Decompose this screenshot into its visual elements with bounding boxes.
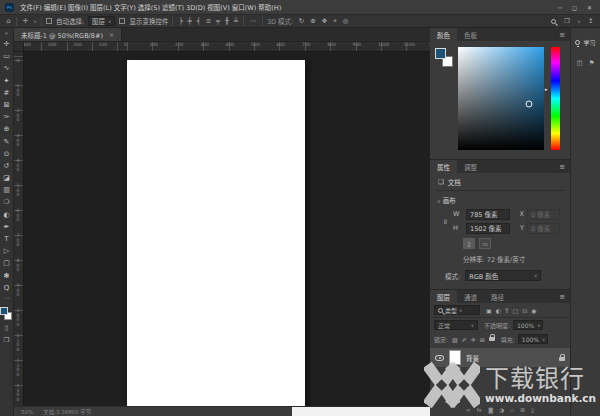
crop-tool[interactable]: # (4, 87, 10, 99)
height-input[interactable]: 1502 像素 (466, 223, 510, 234)
layer-row-background[interactable]: 背景 (430, 348, 570, 367)
healing-brush-tool[interactable]: ⊕ (4, 123, 10, 135)
add-layer-mask-icon[interactable]: ◙ (488, 407, 493, 413)
align-right-edges-icon[interactable]: ╡ (195, 16, 202, 26)
adjustment-layer-icon[interactable]: ◑ (499, 407, 504, 413)
horizontal-ruler[interactable]: 4003002001000100200300400500600700800900… (14, 42, 430, 52)
chevron-down-icon[interactable]: ∨ (34, 19, 37, 24)
eyedropper-tool[interactable]: ✑ (4, 111, 10, 123)
lock-position-icon[interactable]: ✛ (470, 336, 477, 343)
show-transform-checkbox[interactable] (119, 18, 125, 24)
menu-item[interactable]: 编辑(E) (43, 4, 67, 12)
3d-scale-icon[interactable]: ◎ (341, 16, 350, 26)
filter-type-layers-icon[interactable]: T (504, 307, 510, 314)
menu-item[interactable]: 窗口(W) (231, 4, 258, 12)
tab-paths[interactable]: 路径 (484, 290, 511, 303)
align-top-edges-icon[interactable]: ╤ (215, 16, 222, 26)
constrain-link-icon[interactable]: 8 (441, 218, 450, 225)
visibility-eye-icon[interactable] (435, 355, 444, 361)
path-selection-tool[interactable]: ▷ (4, 245, 9, 257)
link-layers-icon[interactable]: ∞ (466, 407, 471, 413)
menu-item[interactable]: 视图(V) (206, 4, 231, 12)
menu-item[interactable]: 帮助(H) (257, 4, 282, 12)
zoom-level[interactable]: 50% (21, 409, 33, 415)
color-cursor[interactable] (525, 100, 532, 107)
foreground-color-swatch[interactable] (0, 307, 8, 315)
new-group-icon[interactable]: ▱ (510, 407, 514, 413)
width-input[interactable]: 785 像素 (466, 209, 510, 220)
orientation-portrait-button[interactable]: ▯ (463, 238, 475, 249)
3d-rotate-icon[interactable]: ↻ (297, 16, 305, 26)
libraries-icon[interactable]: ◫ (577, 59, 583, 67)
zoom-tool[interactable]: Q (4, 282, 10, 294)
filter-adjustment-layers-icon[interactable]: ◐ (495, 307, 502, 314)
learn-button[interactable]: 学习 (575, 38, 595, 47)
foreground-color-swatch[interactable] (435, 48, 446, 59)
search-icon[interactable] (551, 19, 556, 24)
new-layer-icon[interactable]: ⊞ (520, 407, 525, 413)
3d-slide-icon[interactable]: ⌖ (332, 16, 339, 26)
color-mode-dropdown[interactable]: RGB 颜色 ∨ (465, 270, 541, 281)
align-left-edges-icon[interactable]: ╞ (177, 16, 184, 26)
align-vertical-centers-icon[interactable]: ╫ (224, 16, 231, 26)
history-brush-tool[interactable]: ↺ (4, 160, 10, 172)
filter-toggle-icon[interactable]: ◉ (530, 307, 537, 314)
menu-item[interactable]: 图层(L) (89, 4, 113, 12)
layer-effects-icon[interactable]: fx (477, 407, 482, 413)
chevron-down-icon[interactable]: ∨ (577, 19, 580, 24)
gradient-tool[interactable]: ▥ (3, 184, 10, 196)
menu-item[interactable]: 文字(Y) (113, 4, 137, 12)
tab-channels[interactable]: 通道 (457, 290, 484, 303)
move-tool[interactable]: ✛ (4, 38, 10, 50)
panel-menu-icon[interactable]: ≡ (554, 290, 570, 303)
3d-roll-icon[interactable]: ⊕ (309, 16, 317, 26)
document-tab[interactable]: 未标题-1 @ 50%(RGB/8#) × (14, 28, 122, 41)
saturation-brightness-field[interactable] (458, 47, 544, 150)
rectangle-tool[interactable]: ▢ (3, 257, 10, 269)
workspace-icon[interactable]: ❐ (562, 16, 571, 26)
tab-properties[interactable]: 属性 (430, 160, 457, 173)
lock-artboard-icon[interactable]: ⊞ (479, 336, 486, 343)
menu-item[interactable]: 图像(I) (67, 4, 89, 12)
lock-all-icon[interactable] (489, 337, 495, 342)
3d-pan-icon[interactable]: ✥ (320, 16, 328, 26)
align-bottom-edges-icon[interactable]: ╧ (232, 16, 239, 26)
tab-swatches[interactable]: 色板 (457, 28, 484, 41)
close-button[interactable]: ✕ (587, 4, 592, 11)
maximize-button[interactable]: ◻ (572, 4, 577, 11)
ruler-origin-corner[interactable] (14, 42, 24, 52)
edit-toolbar-icon[interactable]: ⋯ (4, 294, 10, 304)
tab-adjustments[interactable]: 调整 (457, 160, 484, 173)
close-icon[interactable]: × (109, 31, 114, 38)
layer-lock-icon[interactable] (559, 357, 565, 362)
comments-icon[interactable]: ⚑ (589, 59, 595, 67)
align-horizontal-centers-icon[interactable]: ╪ (186, 16, 193, 26)
minimize-button[interactable]: ─ (558, 4, 562, 11)
distribute-icon[interactable]: ≡ (204, 16, 212, 26)
clone-stamp-tool[interactable]: ⊙ (4, 148, 10, 160)
panel-menu-icon[interactable]: ≡ (554, 28, 570, 41)
menu-item[interactable]: 选择(S) (137, 4, 161, 12)
share-icon[interactable]: ↥ (587, 16, 595, 26)
fill-dropdown[interactable]: 100% ∨ (518, 334, 548, 344)
marquee-tool[interactable]: ▭ (3, 50, 10, 62)
lock-image-pixels-icon[interactable]: ✐ (461, 336, 468, 343)
more-options-icon[interactable]: ⋯ (248, 16, 258, 26)
opacity-dropdown[interactable]: 100% ∨ (513, 320, 543, 330)
menu-item[interactable]: 滤镜(T) (161, 4, 185, 12)
layer-filter-dropdown[interactable]: 类型 ∨ (434, 305, 480, 315)
layer-thumbnail[interactable] (449, 350, 461, 365)
blend-mode-dropdown[interactable]: 正常 ∨ (434, 320, 478, 330)
auto-select-dropdown[interactable]: 图层 ∨ (88, 16, 115, 26)
hand-tool[interactable]: ✽ (4, 270, 10, 282)
delete-layer-icon[interactable]: ▯ (531, 407, 534, 413)
screen-mode-button[interactable]: ❐ (4, 334, 10, 346)
panel-menu-icon[interactable]: ≡ (554, 160, 570, 173)
tab-color[interactable]: 颜色 (430, 28, 457, 41)
hue-slider-arrow-icon[interactable]: ▸ (545, 86, 548, 92)
move-tool-icon[interactable]: ✛ (21, 16, 29, 26)
filter-shape-layers-icon[interactable]: ▢ (512, 307, 520, 314)
menu-item[interactable]: 文件(F) (19, 4, 43, 12)
blur-tool[interactable]: ❍ (3, 196, 9, 208)
quick-selection-tool[interactable]: ✦ (4, 75, 10, 87)
